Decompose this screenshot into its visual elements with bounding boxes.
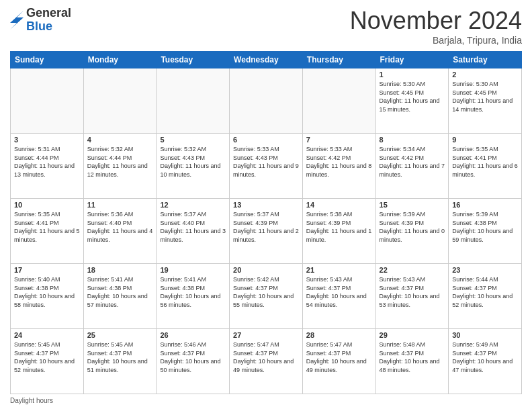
day-info: Sunrise: 5:36 AM Sunset: 4:40 PM Dayligh… [87, 210, 153, 244]
day-info: Sunrise: 5:33 AM Sunset: 4:43 PM Dayligh… [233, 145, 299, 179]
calendar-cell: 14Sunrise: 5:38 AM Sunset: 4:39 PM Dayli… [302, 199, 375, 264]
weekday-header-row: SundayMondayTuesdayWednesdayThursdayFrid… [11, 52, 522, 68]
calendar-cell: 2Sunrise: 5:30 AM Sunset: 4:45 PM Daylig… [449, 68, 522, 134]
day-number: 25 [87, 331, 153, 339]
day-number: 18 [87, 266, 153, 274]
calendar-cell: 29Sunrise: 5:48 AM Sunset: 4:37 PM Dayli… [375, 329, 449, 394]
calendar-cell: 17Sunrise: 5:40 AM Sunset: 4:38 PM Dayli… [11, 264, 84, 329]
page: General Blue November 2024 Barjala, Trip… [0, 0, 532, 411]
logo-text: General Blue [26, 7, 71, 34]
day-info: Sunrise: 5:30 AM Sunset: 4:45 PM Dayligh… [380, 80, 445, 113]
calendar-cell: 15Sunrise: 5:39 AM Sunset: 4:39 PM Dayli… [375, 199, 449, 264]
day-number: 8 [380, 136, 445, 144]
day-info: Sunrise: 5:43 AM Sunset: 4:37 PM Dayligh… [306, 275, 372, 309]
day-number: 9 [452, 136, 518, 144]
week-row-2: 3Sunrise: 5:31 AM Sunset: 4:44 PM Daylig… [11, 134, 522, 199]
day-number: 15 [380, 201, 445, 209]
calendar-cell: 12Sunrise: 5:37 AM Sunset: 4:40 PM Dayli… [157, 199, 230, 264]
title-block: November 2024 Barjala, Tripura, India [350, 7, 522, 46]
calendar-cell: 25Sunrise: 5:45 AM Sunset: 4:37 PM Dayli… [83, 329, 157, 394]
day-info: Sunrise: 5:41 AM Sunset: 4:38 PM Dayligh… [160, 275, 226, 309]
day-info: Sunrise: 5:40 AM Sunset: 4:38 PM Dayligh… [14, 275, 80, 309]
weekday-header-saturday: Saturday [449, 52, 522, 68]
calendar-cell: 9Sunrise: 5:35 AM Sunset: 4:41 PM Daylig… [449, 134, 522, 199]
day-number: 27 [233, 331, 299, 339]
day-info: Sunrise: 5:49 AM Sunset: 4:37 PM Dayligh… [452, 340, 518, 374]
calendar-cell: 26Sunrise: 5:46 AM Sunset: 4:37 PM Dayli… [157, 329, 230, 394]
calendar-cell: 16Sunrise: 5:39 AM Sunset: 4:38 PM Dayli… [449, 199, 522, 264]
day-number: 22 [380, 266, 445, 274]
day-number: 13 [233, 201, 299, 209]
day-number: 6 [233, 136, 299, 144]
day-number: 23 [452, 266, 518, 274]
calendar-cell: 1Sunrise: 5:30 AM Sunset: 4:45 PM Daylig… [375, 68, 449, 134]
day-info: Sunrise: 5:43 AM Sunset: 4:37 PM Dayligh… [380, 275, 445, 309]
day-number: 17 [14, 266, 80, 274]
calendar-cell: 6Sunrise: 5:33 AM Sunset: 4:43 PM Daylig… [230, 134, 303, 199]
day-info: Sunrise: 5:47 AM Sunset: 4:37 PM Dayligh… [306, 340, 372, 374]
day-number: 24 [14, 331, 80, 339]
day-info: Sunrise: 5:32 AM Sunset: 4:44 PM Dayligh… [87, 145, 153, 179]
calendar-cell: 8Sunrise: 5:34 AM Sunset: 4:42 PM Daylig… [375, 134, 449, 199]
day-number: 14 [306, 201, 372, 209]
calendar-cell [11, 68, 84, 134]
calendar-cell: 7Sunrise: 5:33 AM Sunset: 4:42 PM Daylig… [302, 134, 375, 199]
logo-blue: Blue [26, 20, 71, 34]
calendar-cell: 11Sunrise: 5:36 AM Sunset: 4:40 PM Dayli… [83, 199, 157, 264]
calendar-cell: 23Sunrise: 5:44 AM Sunset: 4:37 PM Dayli… [449, 264, 522, 329]
day-info: Sunrise: 5:42 AM Sunset: 4:37 PM Dayligh… [233, 275, 299, 309]
day-info: Sunrise: 5:45 AM Sunset: 4:37 PM Dayligh… [87, 340, 153, 374]
day-number: 1 [380, 71, 445, 79]
calendar-cell [230, 68, 303, 134]
day-info: Sunrise: 5:34 AM Sunset: 4:42 PM Dayligh… [380, 145, 445, 179]
day-info: Sunrise: 5:30 AM Sunset: 4:45 PM Dayligh… [452, 80, 518, 113]
day-info: Sunrise: 5:46 AM Sunset: 4:37 PM Dayligh… [160, 340, 226, 374]
calendar-cell: 28Sunrise: 5:47 AM Sunset: 4:37 PM Dayli… [302, 329, 375, 394]
day-number: 7 [306, 136, 372, 144]
day-number: 21 [306, 266, 372, 274]
footer-note-text: Daylight hours [10, 397, 53, 404]
logo-general: General [26, 7, 71, 20]
day-info: Sunrise: 5:39 AM Sunset: 4:39 PM Dayligh… [380, 210, 445, 244]
day-info: Sunrise: 5:41 AM Sunset: 4:38 PM Dayligh… [87, 275, 153, 309]
day-info: Sunrise: 5:39 AM Sunset: 4:38 PM Dayligh… [452, 210, 518, 244]
calendar-cell: 22Sunrise: 5:43 AM Sunset: 4:37 PM Dayli… [375, 264, 449, 329]
calendar-cell: 3Sunrise: 5:31 AM Sunset: 4:44 PM Daylig… [11, 134, 84, 199]
calendar-cell: 5Sunrise: 5:32 AM Sunset: 4:43 PM Daylig… [157, 134, 230, 199]
day-number: 19 [160, 266, 226, 274]
day-number: 10 [14, 201, 80, 209]
day-number: 30 [452, 331, 518, 339]
day-info: Sunrise: 5:31 AM Sunset: 4:44 PM Dayligh… [14, 145, 80, 179]
day-info: Sunrise: 5:45 AM Sunset: 4:37 PM Dayligh… [14, 340, 80, 374]
day-info: Sunrise: 5:38 AM Sunset: 4:39 PM Dayligh… [306, 210, 372, 244]
logo: General Blue [10, 7, 71, 34]
calendar-cell [83, 68, 157, 134]
day-number: 4 [87, 136, 153, 144]
location: Barjala, Tripura, India [350, 35, 522, 46]
weekday-header-wednesday: Wednesday [230, 52, 303, 68]
weekday-header-monday: Monday [83, 52, 157, 68]
week-row-1: 1Sunrise: 5:30 AM Sunset: 4:45 PM Daylig… [11, 68, 522, 134]
calendar-cell: 19Sunrise: 5:41 AM Sunset: 4:38 PM Dayli… [157, 264, 230, 329]
day-number: 26 [160, 331, 226, 339]
calendar-cell [157, 68, 230, 134]
day-number: 28 [306, 331, 372, 339]
calendar-cell: 4Sunrise: 5:32 AM Sunset: 4:44 PM Daylig… [83, 134, 157, 199]
day-number: 29 [380, 331, 445, 339]
day-number: 12 [160, 201, 226, 209]
calendar-table: SundayMondayTuesdayWednesdayThursdayFrid… [10, 51, 522, 394]
day-info: Sunrise: 5:37 AM Sunset: 4:39 PM Dayligh… [233, 210, 299, 244]
day-info: Sunrise: 5:48 AM Sunset: 4:37 PM Dayligh… [380, 340, 445, 374]
week-row-5: 24Sunrise: 5:45 AM Sunset: 4:37 PM Dayli… [11, 329, 522, 394]
calendar-cell: 24Sunrise: 5:45 AM Sunset: 4:37 PM Dayli… [11, 329, 84, 394]
day-info: Sunrise: 5:37 AM Sunset: 4:40 PM Dayligh… [160, 210, 226, 244]
day-info: Sunrise: 5:32 AM Sunset: 4:43 PM Dayligh… [160, 145, 226, 179]
header: General Blue November 2024 Barjala, Trip… [10, 7, 522, 46]
calendar-cell: 21Sunrise: 5:43 AM Sunset: 4:37 PM Dayli… [302, 264, 375, 329]
day-info: Sunrise: 5:33 AM Sunset: 4:42 PM Dayligh… [306, 145, 372, 179]
day-number: 3 [14, 136, 80, 144]
day-number: 16 [452, 201, 518, 209]
calendar-cell: 13Sunrise: 5:37 AM Sunset: 4:39 PM Dayli… [230, 199, 303, 264]
day-info: Sunrise: 5:44 AM Sunset: 4:37 PM Dayligh… [452, 275, 518, 309]
weekday-header-sunday: Sunday [11, 52, 84, 68]
